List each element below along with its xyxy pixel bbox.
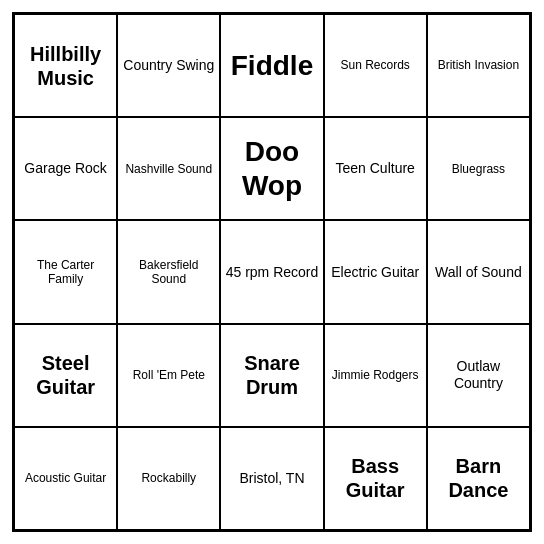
cell-1-0: Garage Rock — [14, 117, 117, 220]
cell-1-3: Teen Culture — [324, 117, 427, 220]
cell-label-4-2: Bristol, TN — [239, 470, 304, 487]
cell-3-4: Outlaw Country — [427, 324, 530, 427]
cell-label-0-1: Country Swing — [123, 57, 214, 74]
cell-0-0: Hillbilly Music — [14, 14, 117, 117]
cell-3-2: Snare Drum — [220, 324, 323, 427]
cell-3-1: Roll 'Em Pete — [117, 324, 220, 427]
cell-label-4-3: Bass Guitar — [329, 454, 422, 502]
cell-label-1-0: Garage Rock — [24, 160, 106, 177]
cell-0-2: Fiddle — [220, 14, 323, 117]
cell-label-3-0: Steel Guitar — [19, 351, 112, 399]
cell-4-1: Rockabilly — [117, 427, 220, 530]
cell-label-1-3: Teen Culture — [336, 160, 415, 177]
bingo-card: Hillbilly MusicCountry SwingFiddleSun Re… — [12, 12, 532, 532]
cell-1-1: Nashville Sound — [117, 117, 220, 220]
cell-label-0-4: British Invasion — [438, 58, 519, 72]
cell-label-4-4: Barn Dance — [432, 454, 525, 502]
cell-label-2-2: 45 rpm Record — [226, 264, 319, 281]
cell-2-1: Bakersfield Sound — [117, 220, 220, 323]
cell-4-4: Barn Dance — [427, 427, 530, 530]
cell-label-0-3: Sun Records — [341, 58, 410, 72]
cell-0-1: Country Swing — [117, 14, 220, 117]
cell-2-2: 45 rpm Record — [220, 220, 323, 323]
cell-label-1-4: Bluegrass — [452, 162, 505, 176]
cell-4-2: Bristol, TN — [220, 427, 323, 530]
cell-label-0-0: Hillbilly Music — [19, 42, 112, 90]
cell-label-3-4: Outlaw Country — [432, 358, 525, 392]
cell-2-4: Wall of Sound — [427, 220, 530, 323]
cell-label-1-1: Nashville Sound — [125, 162, 212, 176]
cell-3-0: Steel Guitar — [14, 324, 117, 427]
cell-0-3: Sun Records — [324, 14, 427, 117]
cell-label-3-1: Roll 'Em Pete — [133, 368, 205, 382]
cell-3-3: Jimmie Rodgers — [324, 324, 427, 427]
cell-label-4-1: Rockabilly — [141, 471, 196, 485]
cell-4-3: Bass Guitar — [324, 427, 427, 530]
cell-label-2-3: Electric Guitar — [331, 264, 419, 281]
cell-label-2-4: Wall of Sound — [435, 264, 522, 281]
cell-4-0: Acoustic Guitar — [14, 427, 117, 530]
cell-2-0: The Carter Family — [14, 220, 117, 323]
cell-1-4: Bluegrass — [427, 117, 530, 220]
cell-label-2-1: Bakersfield Sound — [122, 258, 215, 287]
cell-label-1-2: Doo Wop — [225, 135, 318, 202]
cell-label-4-0: Acoustic Guitar — [25, 471, 106, 485]
cell-1-2: Doo Wop — [220, 117, 323, 220]
cell-label-3-2: Snare Drum — [225, 351, 318, 399]
cell-label-0-2: Fiddle — [231, 49, 313, 83]
cell-label-3-3: Jimmie Rodgers — [332, 368, 419, 382]
cell-0-4: British Invasion — [427, 14, 530, 117]
cell-label-2-0: The Carter Family — [19, 258, 112, 287]
cell-2-3: Electric Guitar — [324, 220, 427, 323]
